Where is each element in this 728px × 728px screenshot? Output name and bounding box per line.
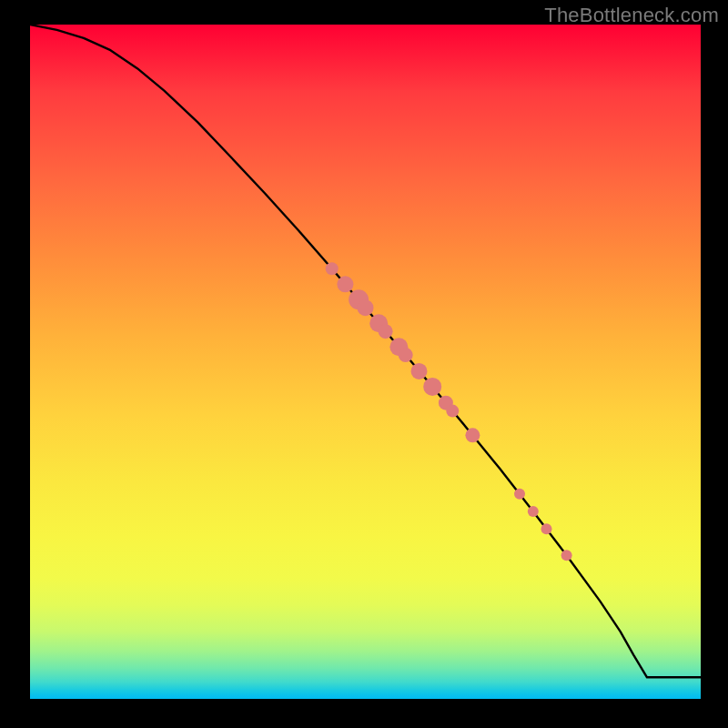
scatter-point bbox=[337, 276, 353, 292]
scatter-point bbox=[561, 550, 572, 561]
scatter-point bbox=[379, 324, 393, 339]
scatter-point bbox=[399, 348, 413, 362]
line-series bbox=[30, 25, 701, 677]
chart-stage: TheBottleneck.com bbox=[0, 0, 728, 728]
plot-area bbox=[30, 25, 701, 699]
scatter-point bbox=[541, 523, 552, 534]
scatter-point bbox=[411, 363, 428, 379]
scatter-point bbox=[528, 506, 539, 517]
scatter-point bbox=[326, 262, 339, 275]
scatter-series bbox=[326, 262, 572, 561]
scatter-point bbox=[465, 428, 480, 442]
chart-svg bbox=[30, 25, 701, 699]
scatter-point bbox=[358, 299, 374, 316]
scatter-point bbox=[423, 378, 441, 396]
scatter-point bbox=[446, 405, 459, 418]
scatter-point bbox=[514, 489, 525, 500]
watermark-text: TheBottleneck.com bbox=[544, 4, 719, 27]
